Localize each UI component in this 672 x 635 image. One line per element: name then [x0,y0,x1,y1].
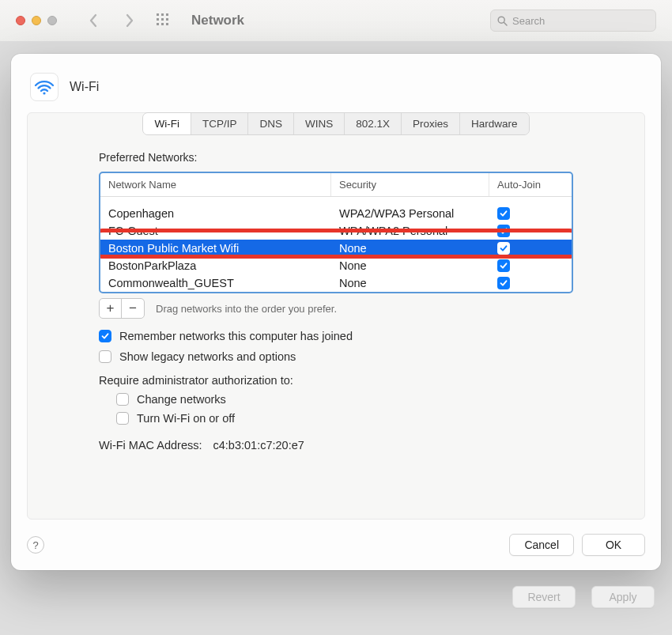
ok-button[interactable]: OK [582,534,645,556]
table-row[interactable]: FC-GuestWPA/WPA2 Personal [100,222,572,240]
tab-dns[interactable]: DNS [248,113,294,134]
tab-tcp-ip[interactable]: TCP/IP [191,113,249,134]
svg-rect-5 [166,18,168,21]
panel: Wi-FiTCP/IPDNSWINS802.1XProxiesHardware … [27,112,645,520]
titlebar: Network Search [0,0,672,41]
svg-line-10 [504,22,507,25]
auto-join-checkbox[interactable] [497,242,510,255]
admin-toggle-wifi-checkbox[interactable] [116,412,129,425]
window-controls [16,16,57,25]
table-row[interactable] [100,197,572,205]
network-security: WPA2/WPA3 Personal [331,205,489,222]
show-legacy-checkbox[interactable] [99,350,111,363]
table-row[interactable]: CopenhagenWPA2/WPA3 Personal [100,205,572,222]
preferred-networks-list[interactable]: Network Name Security Auto-Join Copenhag… [99,172,573,293]
table-header: Network Name Security Auto-Join [100,173,572,197]
remember-networks-label: Remember networks this computer has join… [119,330,353,342]
sheet-title: Wi-Fi [70,80,99,94]
admin-toggle-wifi-label: Turn Wi-Fi on or off [137,412,235,425]
admin-change-networks-checkbox[interactable] [116,393,129,406]
svg-rect-8 [166,23,168,25]
network-autojoin [489,274,572,292]
tab-802-1x[interactable]: 802.1X [345,113,402,134]
network-autojoin [489,222,572,240]
table-row[interactable]: Boston Public Market WifiNone [100,240,572,257]
table-row[interactable]: Commonwealth_GUESTNone [100,274,572,292]
cancel-button[interactable]: Cancel [509,534,574,556]
network-name: BostonParkPlaza [100,257,331,274]
apps-grid-icon[interactable] [155,12,172,29]
svg-rect-0 [157,13,159,16]
tab-proxies[interactable]: Proxies [402,113,460,134]
network-autojoin [489,257,572,274]
mac-address-value: c4:b3:01:c7:20:e7 [213,439,304,452]
svg-rect-1 [161,13,164,16]
svg-rect-6 [157,23,159,25]
auto-join-checkbox[interactable] [497,225,510,237]
show-legacy-label: Show legacy networks and options [119,350,296,363]
remember-networks-checkbox[interactable] [99,330,111,342]
network-security: None [331,257,489,274]
search-placeholder: Search [512,15,545,27]
col-security[interactable]: Security [331,173,489,196]
network-security: None [331,240,489,257]
tab-wi-fi[interactable]: Wi-Fi [143,113,191,134]
zoom-window-button-disabled [47,16,57,25]
svg-rect-3 [157,18,159,21]
network-security: WPA/WPA2 Personal [331,222,489,240]
network-autojoin [489,205,572,222]
svg-rect-4 [161,18,164,21]
col-network-name[interactable]: Network Name [100,173,331,196]
search-input[interactable]: Search [490,9,656,32]
preferred-networks-label: Preferred Networks: [99,151,573,164]
help-button[interactable]: ? [27,536,44,554]
network-name: Copenhagen [100,205,331,222]
minimize-window-button[interactable] [32,16,41,25]
window-footer: Revert Apply [0,570,672,635]
svg-rect-2 [166,13,168,16]
col-auto-join[interactable]: Auto-Join [489,173,572,196]
search-icon [497,16,508,26]
auto-join-checkbox[interactable] [497,277,510,289]
admin-auth-label: Require administrator authorization to: [99,374,293,387]
auto-join-checkbox[interactable] [497,259,510,272]
tab-hardware[interactable]: Hardware [460,113,529,134]
network-security: None [331,274,489,292]
network-name: Commonwealth_GUEST [100,274,331,292]
tab-wins[interactable]: WINS [294,113,345,134]
tab-bar: Wi-FiTCP/IPDNSWINS802.1XProxiesHardware [142,112,529,135]
window-title: Network [191,13,244,28]
back-button[interactable] [81,8,106,33]
forward-button[interactable] [117,8,142,33]
remove-network-button[interactable]: − [122,299,144,318]
apply-button-disabled: Apply [591,586,655,608]
svg-rect-7 [161,23,164,25]
network-name: FC-Guest [100,222,331,240]
close-window-button[interactable] [16,16,25,25]
wifi-advanced-sheet: Wi-Fi Wi-FiTCP/IPDNSWINS802.1XProxiesHar… [11,54,661,570]
drag-hint: Drag networks into the order you prefer. [156,303,337,315]
revert-button-disabled: Revert [512,586,576,608]
mac-address-label: Wi-Fi MAC Address: [99,439,202,452]
auto-join-checkbox[interactable] [497,207,510,220]
table-row[interactable]: BostonParkPlazaNone [100,257,572,274]
add-remove-group: + − [99,298,145,319]
svg-point-11 [43,92,45,94]
admin-change-networks-label: Change networks [137,393,226,406]
network-autojoin [489,240,572,257]
add-network-button[interactable]: + [100,299,122,318]
network-name: Boston Public Market Wifi [100,240,331,257]
wifi-icon [30,73,59,101]
